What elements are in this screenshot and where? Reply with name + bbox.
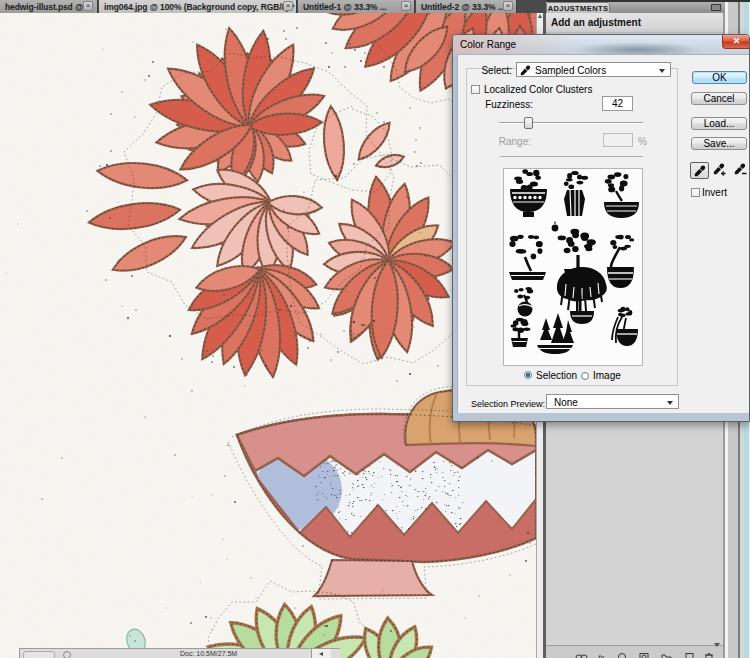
svg-text:fx: fx <box>598 653 605 658</box>
